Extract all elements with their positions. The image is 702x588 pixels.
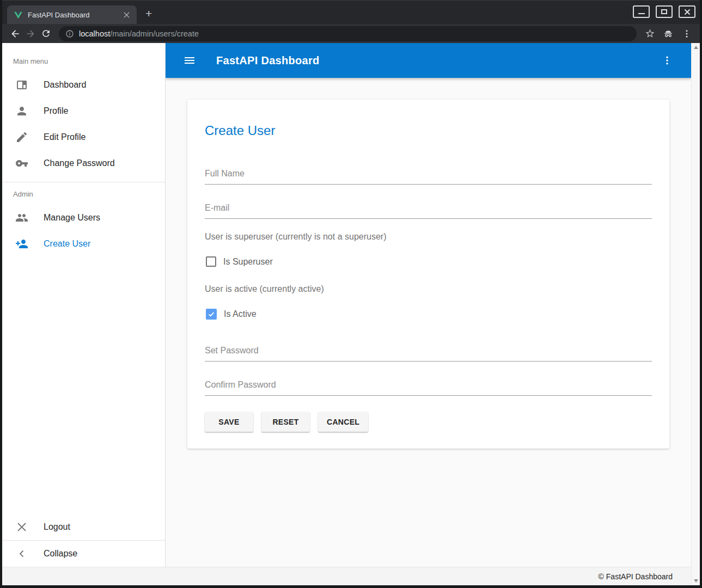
new-tab-button[interactable]: +: [145, 8, 152, 19]
content-area: Create User User is superuser (currently…: [166, 78, 691, 567]
set-password-field: [205, 346, 652, 362]
window-controls: [633, 5, 695, 18]
incognito-icon: [663, 28, 674, 39]
browser-titlebar: FastAPI Dashboard +: [2, 0, 700, 24]
set-password-input[interactable]: [205, 346, 652, 362]
confirm-password-input[interactable]: [205, 380, 652, 396]
url-text: localhost/main/admin/users/create: [79, 29, 199, 38]
dots-vertical-icon: [662, 55, 673, 66]
sidebar: Main menu Dashboard Profile: [2, 43, 166, 567]
tab-close-icon[interactable]: [121, 10, 131, 20]
sidebar-item-profile[interactable]: Profile: [2, 98, 165, 124]
app-title: FastAPI Dashboard: [216, 54, 320, 67]
app-bar: FastAPI Dashboard: [166, 43, 691, 78]
dots-vertical-icon: [682, 29, 692, 39]
reset-button[interactable]: RESET: [261, 412, 310, 432]
page-scrollbar[interactable]: [691, 43, 700, 585]
page-title: Create User: [205, 123, 652, 138]
sidebar-item-label: Logout: [44, 522, 70, 532]
url-host: localhost: [79, 29, 110, 38]
browser-tab[interactable]: FastAPI Dashboard: [7, 5, 137, 24]
incognito-indicator: [661, 26, 676, 41]
url-bar[interactable]: localhost/main/admin/users/create: [59, 26, 637, 41]
superuser-checkbox-label: Is Superuser: [223, 257, 273, 267]
full-name-field: [205, 169, 652, 185]
sidebar-item-collapse[interactable]: Collapse: [2, 541, 165, 567]
email-field: [205, 203, 652, 219]
active-hint: User is active (currently active): [205, 284, 652, 294]
star-icon: [645, 28, 655, 39]
sidebar-item-edit-profile[interactable]: Edit Profile: [2, 124, 165, 150]
window-maximize-button[interactable]: [656, 5, 673, 18]
full-name-input[interactable]: [205, 169, 652, 185]
info-icon: [65, 29, 74, 38]
browser-toolbar: localhost/main/admin/users/create: [2, 24, 700, 43]
sidebar-item-label: Create User: [44, 239, 90, 249]
superuser-hint: User is superuser (currently is not a su…: [205, 232, 652, 242]
cancel-button[interactable]: CANCEL: [318, 412, 368, 432]
sidebar-item-label: Collapse: [44, 549, 77, 559]
bookmark-button[interactable]: [642, 26, 657, 41]
hamburger-icon: [183, 54, 196, 67]
active-checkbox[interactable]: [206, 309, 217, 320]
active-checkbox-label: Is Active: [224, 309, 257, 319]
sidebar-item-dashboard[interactable]: Dashboard: [2, 72, 165, 98]
toolbar-right: [642, 26, 694, 41]
sidebar-spacer: [2, 257, 165, 514]
sidebar-toggle-button[interactable]: [180, 51, 199, 70]
key-icon: [15, 157, 28, 170]
sidebar-item-label: Manage Users: [44, 213, 100, 223]
active-checkbox-row[interactable]: Is Active: [205, 309, 652, 320]
email-input[interactable]: [205, 203, 652, 219]
scroll-up-arrow-icon[interactable]: [694, 46, 698, 49]
superuser-checkbox[interactable]: [206, 256, 216, 267]
minimize-icon: [638, 13, 645, 14]
reload-icon: [41, 28, 51, 39]
forward-button[interactable]: [23, 26, 38, 41]
dashboard-icon: [15, 78, 28, 91]
sidebar-item-label: Change Password: [44, 158, 115, 168]
create-user-card: Create User User is superuser (currently…: [187, 100, 669, 449]
main-area: FastAPI Dashboard Create User: [166, 43, 691, 567]
person-icon: [15, 105, 28, 118]
appbar-menu-button[interactable]: [657, 51, 677, 70]
back-arrow-icon: [10, 28, 21, 39]
chevron-left-icon: [15, 547, 28, 560]
footer: © FastAPI Dashboard: [2, 567, 691, 585]
sidebar-item-label: Edit Profile: [44, 132, 86, 142]
superuser-checkbox-row[interactable]: Is Superuser: [205, 256, 652, 267]
window-minimize-button[interactable]: [633, 5, 650, 18]
browser-window: FastAPI Dashboard +: [0, 0, 702, 588]
url-path: /main/admin/users/create: [110, 29, 199, 38]
window-close-button[interactable]: [679, 5, 695, 18]
page: Main menu Dashboard Profile: [2, 43, 700, 585]
sidebar-item-change-password[interactable]: Change Password: [2, 150, 165, 176]
back-button[interactable]: [8, 26, 23, 41]
checkmark-icon: [207, 310, 215, 318]
confirm-password-field: [205, 380, 652, 396]
form-buttons: SAVE RESET CANCEL: [205, 412, 652, 432]
vue-logo-icon: [14, 10, 23, 20]
people-icon: [15, 211, 28, 224]
sidebar-section-main-menu: Main menu: [2, 50, 165, 72]
reload-button[interactable]: [38, 26, 53, 41]
sidebar-item-label: Profile: [44, 106, 68, 116]
tab-title: FastAPI Dashboard: [28, 11, 121, 19]
copyright-text: © FastAPI Dashboard: [599, 572, 673, 581]
maximize-icon: [661, 9, 667, 14]
sidebar-item-manage-users[interactable]: Manage Users: [2, 205, 165, 231]
scroll-down-arrow-icon[interactable]: [694, 579, 698, 583]
sidebar-section-admin: Admin: [2, 182, 165, 205]
close-icon: [684, 9, 691, 15]
sidebar-item-label: Dashboard: [44, 80, 86, 90]
edit-icon: [15, 131, 28, 144]
sidebar-item-logout[interactable]: Logout: [2, 514, 165, 540]
logout-x-icon: [15, 520, 28, 534]
browser-menu-button[interactable]: [679, 26, 694, 41]
forward-arrow-icon: [25, 28, 36, 39]
person-add-icon: [15, 237, 28, 250]
save-button[interactable]: SAVE: [205, 412, 253, 432]
sidebar-item-create-user[interactable]: Create User: [2, 231, 165, 257]
